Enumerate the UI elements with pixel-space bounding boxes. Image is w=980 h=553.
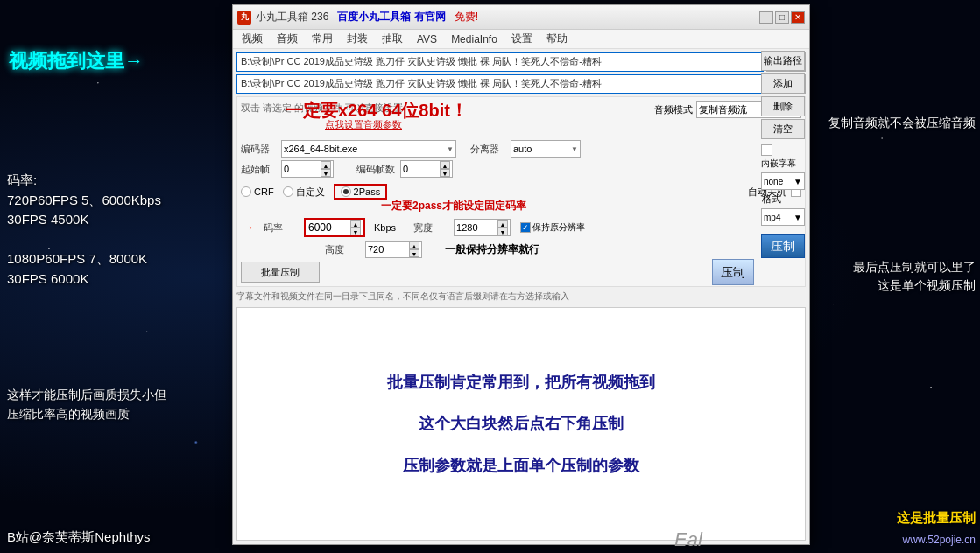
separator-dropdown[interactable]: auto ▼ xyxy=(511,140,581,158)
video-input[interactable]: B:\录制\Pr CC 2019成品史诗级 跑刀仔 灾队史诗级 懒批 裸 局队！… xyxy=(236,52,764,72)
eal-watermark: Eal xyxy=(674,528,702,551)
quality-hint: 这样才能压制后画质损失小但 压缩比率高的视频画质 xyxy=(7,385,166,424)
batch-text-line1: 批量压制肯定常用到，把所有视频拖到 xyxy=(387,368,655,396)
frames-row: 起始帧 0 ▲ ▼ 编码帧数 0 ▲ ▼ xyxy=(241,160,801,178)
output-path-button[interactable]: 输出路径 xyxy=(761,51,805,71)
keep-ratio-checkbox[interactable]: ✓ xyxy=(520,222,531,233)
encode-threads-down[interactable]: ▼ xyxy=(440,169,450,177)
encode-threads-input[interactable]: 0 ▲ ▼ xyxy=(400,160,453,178)
single-compress-line2: 这是单个视频压制 xyxy=(853,276,976,295)
width-spin[interactable]: ▲ ▼ xyxy=(497,220,508,235)
width-down[interactable]: ▼ xyxy=(497,228,508,235)
bitrate-input[interactable]: 6000 ▲ ▼ xyxy=(304,218,365,237)
encode-threads-spin[interactable]: ▲ ▼ xyxy=(440,161,450,177)
radio-2pass-circle[interactable] xyxy=(341,186,351,197)
width-value: 1280 xyxy=(456,222,477,233)
encode-threads-value: 0 xyxy=(403,164,408,174)
window-controls: — □ ✕ xyxy=(759,11,805,24)
batch-text-line2: 这个大白块然后点右下角压制 xyxy=(419,410,624,438)
delete-button[interactable]: 删除 xyxy=(761,96,805,116)
main-window: 丸 小丸工具箱 236 百度小丸工具箱 有官网 免费! — □ ✕ 视频 音频 … xyxy=(232,4,810,545)
encoder-arrow: ▼ xyxy=(447,145,454,153)
menu-common[interactable]: 常用 xyxy=(305,30,340,48)
bitrate-value: 6000 xyxy=(308,221,332,234)
app-icon: 丸 xyxy=(237,10,251,24)
radio-2pass[interactable]: 2Pass xyxy=(334,184,388,200)
height-spin[interactable]: ▲ ▼ xyxy=(409,242,419,257)
radio-crf-circle[interactable] xyxy=(241,186,251,197)
separator-arrow: ▼ xyxy=(571,145,578,153)
menu-video[interactable]: 视频 xyxy=(235,30,270,48)
format-label: 格式 xyxy=(760,192,781,206)
bitrate-up[interactable]: ▲ xyxy=(350,220,361,228)
bitrate-down[interactable]: ▼ xyxy=(350,228,361,235)
click-audio-hint[interactable]: 点我设置音频参数 xyxy=(325,118,402,131)
title-highlight: 百度小丸工具箱 有官网 xyxy=(337,10,445,23)
radio-row: CRF 自定义 2Pass xyxy=(241,184,387,200)
radio-custom-circle[interactable] xyxy=(283,186,293,197)
menu-extract[interactable]: 抽取 xyxy=(375,30,410,48)
radio-crf[interactable]: CRF xyxy=(241,186,274,197)
embed-subtitle-checkbox[interactable] xyxy=(761,144,772,156)
bitrate-line1: 码率: xyxy=(7,171,161,191)
encoder-label: 编码器 xyxy=(241,143,276,156)
batch-compress-btn[interactable]: 压制 xyxy=(761,234,805,258)
height-input[interactable]: 720 ▲ ▼ xyxy=(365,241,422,258)
batch-drop-zone[interactable]: 批量压制肯定常用到，把所有视频拖到 这个大白块然后点右下角压制 压制参数就是上面… xyxy=(236,307,806,541)
audio-mode-value: 复制音频流 xyxy=(699,103,747,116)
start-frame-down[interactable]: ▼ xyxy=(321,169,331,177)
menu-help[interactable]: 帮助 xyxy=(539,30,575,48)
separator-label: 分离器 xyxy=(470,143,505,156)
batch-compress-hint: 这是批量压制 xyxy=(897,510,976,527)
twopass-hint: 一定要2pass才能设定固定码率 xyxy=(381,199,526,214)
encode-threads-up[interactable]: ▲ xyxy=(440,161,450,169)
height-up[interactable]: ▲ xyxy=(409,242,419,249)
subtitle-dropdown[interactable]: none ▼ xyxy=(761,172,805,190)
add-button[interactable]: 添加 xyxy=(761,74,805,94)
resolution-hint: 一般保持分辨率就行 xyxy=(445,242,539,257)
start-frame-input[interactable]: 0 ▲ ▼ xyxy=(281,160,334,178)
menu-package[interactable]: 封装 xyxy=(340,30,375,48)
maximize-button[interactable]: □ xyxy=(775,11,789,24)
menu-bar: 视频 音频 常用 封装 抽取 AVS MediaInfo 设置 帮助 xyxy=(233,30,809,49)
width-up[interactable]: ▲ xyxy=(497,220,508,228)
format-dropdown[interactable]: mp4 ▼ xyxy=(761,208,805,226)
radio-2pass-label: 2Pass xyxy=(354,186,381,197)
clear-button[interactable]: 清空 xyxy=(761,119,805,139)
width-input[interactable]: 1280 ▲ ▼ xyxy=(454,219,511,236)
bitrate-line3: 30FPS 4500K xyxy=(7,210,161,230)
start-frame-value: 0 xyxy=(284,164,289,174)
format-value: mp4 xyxy=(764,213,780,222)
quality-line1: 这样才能压制后画质损失小但 xyxy=(7,385,166,404)
bitrate-spin[interactable]: ▲ ▼ xyxy=(350,220,361,235)
radio-custom-label: 自定义 xyxy=(296,186,325,199)
start-frame-up[interactable]: ▲ xyxy=(321,161,331,169)
bitrate-info: 码率: 720P60FPS 5、6000Kbps 30FPS 4500K 108… xyxy=(7,171,161,289)
start-frame-label: 起始帧 xyxy=(241,163,276,176)
radio-custom[interactable]: 自定义 xyxy=(283,186,325,199)
single-compress-line1: 最后点压制就可以里了 xyxy=(853,258,976,276)
encoder-dropdown[interactable]: x264_64-8bit.exe ▼ xyxy=(281,140,456,158)
menu-audio[interactable]: 音频 xyxy=(270,30,305,48)
batch-compress-button[interactable]: 批量压制 xyxy=(241,262,320,283)
menu-avs[interactable]: AVS xyxy=(410,32,444,47)
height-down[interactable]: ▼ xyxy=(409,249,419,257)
subtitle-dropdown-arrow: ▼ xyxy=(793,177,802,186)
start-frame-spin[interactable]: ▲ ▼ xyxy=(321,161,331,177)
subtitle-value: none xyxy=(764,177,783,186)
compress-button[interactable]: 压制 xyxy=(712,259,754,285)
height-label: 高度 xyxy=(325,243,360,256)
quality-line2: 压缩比率高的视频画质 xyxy=(7,404,166,424)
title-text: 小丸工具箱 236 百度小丸工具箱 有官网 免费! xyxy=(256,10,759,24)
website-label: www.52pojie.cn xyxy=(903,534,976,546)
keep-ratio-label: 保持原分辨率 xyxy=(532,221,585,234)
close-button[interactable]: ✕ xyxy=(791,11,805,24)
menu-settings[interactable]: 设置 xyxy=(504,30,539,48)
menu-mediainfo[interactable]: MediaInfo xyxy=(444,32,504,47)
encoder-value: x264_64-8bit.exe xyxy=(284,144,357,154)
drag-hint: 视频拖到这里→ xyxy=(9,48,144,74)
minimize-button[interactable]: — xyxy=(759,11,773,24)
encode-threads-label: 编码帧数 xyxy=(356,163,395,176)
content-area: B:\录制\Pr CC 2019成品史诗级 跑刀仔 灾队史诗级 懒批 裸 局队！… xyxy=(233,49,809,544)
output-input[interactable]: B:\录制\Pr CC 2019成品史诗级 跑刀仔 灾队史诗级 懒批 裸 局队！… xyxy=(236,74,764,94)
